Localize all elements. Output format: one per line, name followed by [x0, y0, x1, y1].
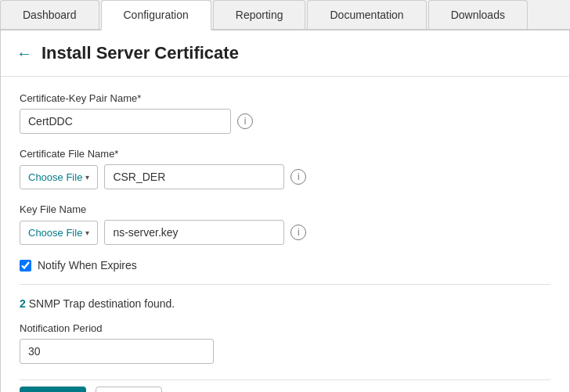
cert-file-input-row: Choose File ▾ i — [20, 164, 550, 189]
key-choose-file-label: Choose File — [28, 227, 82, 239]
cert-key-pair-label: Certificate-Key Pair Name* — [20, 92, 550, 104]
notification-period-label: Notification Period — [20, 322, 550, 334]
page-title: Install Server Certificate — [41, 43, 239, 63]
tab-downloads[interactable]: Downloads — [428, 0, 528, 29]
tab-dashboard[interactable]: Dashboard — [0, 0, 99, 29]
cert-file-name-group: Certificate File Name* Choose File ▾ i — [20, 148, 550, 189]
notify-expires-label: Notify When Expires — [38, 259, 137, 272]
key-file-name-info-icon[interactable]: i — [290, 225, 306, 240]
cert-choose-file-chevron-icon: ▾ — [85, 173, 89, 182]
cert-choose-file-button[interactable]: Choose File ▾ — [20, 165, 98, 189]
snmp-text: SNMP Trap destination found. — [29, 297, 175, 310]
key-file-name-label: Key File Name — [20, 203, 550, 215]
key-choose-file-chevron-icon: ▾ — [85, 228, 89, 237]
install-button[interactable]: Install — [20, 387, 86, 392]
cert-file-name-info-icon[interactable]: i — [290, 169, 306, 185]
cert-file-name-input[interactable] — [104, 164, 284, 189]
notify-expires-group: Notify When Expires — [20, 259, 550, 272]
key-file-name-input[interactable] — [104, 220, 284, 245]
cert-key-pair-info-icon[interactable]: i — [237, 113, 253, 129]
snmp-info: 2 SNMP Trap destination found. — [20, 297, 550, 310]
tab-documentation[interactable]: Documentation — [307, 0, 426, 29]
tab-reporting[interactable]: Reporting — [213, 0, 306, 29]
notify-expires-checkbox[interactable] — [20, 260, 31, 272]
close-button[interactable]: Close — [96, 387, 163, 392]
form-area: Certificate-Key Pair Name* i Certificate… — [1, 77, 569, 392]
back-arrow-icon[interactable]: ← — [16, 45, 32, 63]
notification-period-group: Notification Period — [20, 322, 550, 364]
divider-1 — [20, 284, 550, 285]
page-header: ← Install Server Certificate — [1, 31, 569, 77]
tab-configuration[interactable]: Configuration — [101, 0, 211, 31]
notification-period-input[interactable] — [20, 339, 214, 364]
key-choose-file-button[interactable]: Choose File ▾ — [20, 221, 98, 245]
cert-choose-file-label: Choose File — [28, 171, 82, 183]
key-file-name-group: Key File Name Choose File ▾ i — [20, 203, 550, 245]
key-file-input-row: Choose File ▾ i — [20, 220, 550, 245]
cert-key-pair-input-row: i — [20, 109, 550, 134]
action-buttons: Install Close — [20, 379, 550, 392]
main-content: ← Install Server Certificate Certificate… — [0, 31, 570, 392]
tab-bar: Dashboard Configuration Reporting Docume… — [0, 0, 570, 31]
cert-file-name-label: Certificate File Name* — [20, 148, 550, 160]
cert-key-pair-group: Certificate-Key Pair Name* i — [20, 92, 550, 134]
snmp-count: 2 — [20, 297, 26, 310]
cert-key-pair-input[interactable] — [20, 109, 231, 134]
